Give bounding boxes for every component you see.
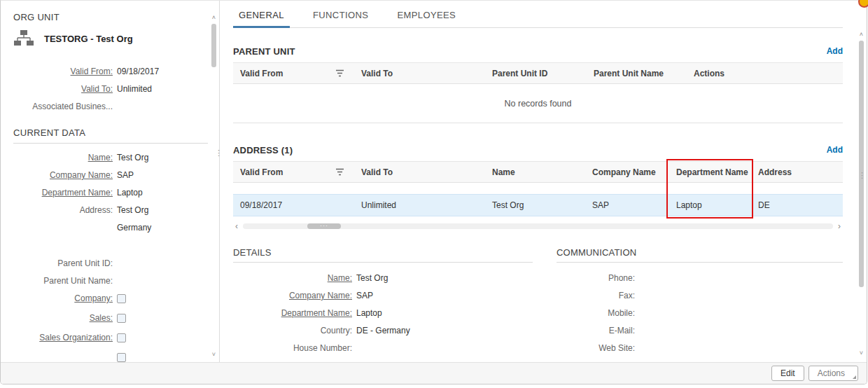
details-company-name-value: SAP [356,290,373,301]
cell-address: DE [751,200,843,210]
right-splitter-handle[interactable]: ⋮ [858,172,866,179]
cell-company-name: SAP [585,200,669,210]
communication-phone-row: Phone: [556,272,843,284]
company-checkbox[interactable] [117,294,126,303]
scroll-down-icon[interactable]: ˅ [858,350,865,356]
associated-business-row: Associated Busines... [13,101,215,112]
address-header: ADDRESS (1) Add [233,144,843,155]
company-name-label[interactable]: Company Name: [13,169,113,181]
main-scrollbar[interactable]: ˄ ˅ [858,32,865,356]
column-header-valid-to[interactable]: Valid To [354,69,485,78]
edit-button[interactable]: Edit [771,366,804,381]
address-add-link[interactable]: Add [827,145,843,155]
details-country-label: Country: [233,325,352,336]
details-company-name-label[interactable]: Company Name: [233,290,352,301]
tab-content: PARENT UNIT Add Valid From Valid To Pare… [220,28,867,362]
column-header-department-name[interactable]: Department Name [669,167,751,177]
address-table-row-selected[interactable]: 09/18/2017 Unlimited Test Org SAP Laptop… [233,194,843,216]
company-label[interactable]: Company: [13,293,113,304]
parent-unit-add-link[interactable]: Add [827,46,843,56]
column-header-valid-from[interactable]: Valid From [233,69,354,78]
parent-unit-name-label: Parent Unit Name: [13,275,113,286]
scroll-right-icon[interactable]: › [836,222,843,230]
name-row: Name: Test Org [13,152,215,163]
horizontal-scrollbar: ‹ ··· › [233,222,843,230]
communication-fax-row: Fax: [556,290,843,301]
actions-button[interactable]: Actions [808,366,858,381]
scrollbar-grip-icon: ··· [320,224,328,227]
parent-unit-id-row: Parent Unit ID: [13,258,215,269]
department-name-value: Laptop [117,187,143,198]
scroll-up-icon[interactable]: ˄ [210,15,218,21]
valid-to-label[interactable]: Valid To: [13,83,113,95]
country-value: Germany [117,222,151,233]
department-name-label[interactable]: Department Name: [13,187,113,198]
address-table: Valid From Valid To Name Company Name De… [233,161,843,216]
sales-organization-checkbox-row: Sales Organization: [13,332,215,343]
details-name-value: Test Org [356,272,388,284]
horizontal-scrollbar-track[interactable]: ··· [243,223,833,229]
phone-label: Phone: [556,272,635,284]
tab-employees[interactable]: EMPLOYEES [391,10,461,28]
details-department-name-row: Department Name: Laptop [233,307,533,319]
sales-organization-label[interactable]: Sales Organization: [13,332,113,343]
company-name-value: SAP [117,169,134,181]
column-header-valid-from[interactable]: Valid From [233,167,354,177]
column-header-parent-unit-id[interactable]: Parent Unit ID [485,69,587,78]
column-header-valid-to[interactable]: Valid To [354,167,485,177]
address-table-header: Valid From Valid To Name Company Name De… [233,161,843,183]
sidebar-scrollbar-thumb[interactable] [211,24,216,67]
fax-label: Fax: [556,290,635,301]
parent-unit-table-header: Valid From Valid To Parent Unit ID Paren… [233,62,843,84]
column-header-parent-unit-name[interactable]: Parent Unit Name [587,69,687,78]
scroll-up-icon[interactable]: ˄ [858,32,865,38]
website-label: Web Site: [556,342,635,354]
details-section: DETAILS Name: Test Org Company Name: SAP… [233,247,533,362]
clipped-checkbox[interactable] [117,353,126,362]
column-header-company-name[interactable]: Company Name [585,167,669,177]
actions-button-label: Actions [818,368,845,378]
tab-functions[interactable]: FUNCTIONS [307,10,374,28]
sidebar-splitter-handle[interactable]: ⋮ [215,149,223,157]
communication-website-row: Web Site: [556,342,843,354]
cell-valid-from: 09/18/2017 [233,200,354,210]
column-header-name[interactable]: Name [485,167,585,177]
sales-organization-checkbox[interactable] [117,333,126,342]
details-name-row: Name: Test Org [233,272,533,284]
column-header-actions[interactable]: Actions [687,69,843,78]
horizontal-scrollbar-thumb[interactable]: ··· [307,223,341,229]
sidebar-scrollbar[interactable]: ˄ ˅ [210,15,218,358]
name-value: Test Org [117,152,148,163]
sales-label[interactable]: Sales: [13,312,113,324]
valid-to-value: Unlimited [117,83,152,95]
column-header-address[interactable]: Address [751,167,843,177]
parent-unit-table: Valid From Valid To Parent Unit ID Paren… [233,62,843,123]
department-name-row: Department Name: Laptop [13,187,215,198]
details-house-number-label: House Number: [233,342,352,354]
name-label[interactable]: Name: [13,152,113,163]
communication-title: COMMUNICATION [556,247,843,263]
column-header-label: Valid From [240,69,283,78]
sales-checkbox[interactable] [117,314,126,323]
country-row: Germany [13,222,215,233]
cell-name: Test Org [485,200,585,210]
main-layout: ORG UNIT TESTORG - Test Org Valid From: … [1,1,867,362]
main-scrollbar-thumb[interactable] [859,41,864,287]
address-label: Address: [13,205,113,216]
column-header-label: Valid From [240,167,283,177]
tab-general[interactable]: GENERAL [233,10,290,28]
details-department-name-label[interactable]: Department Name: [233,307,352,319]
details-country-row: Country: DE - Germany [233,325,533,336]
sort-icon [335,69,344,77]
details-house-number-row: House Number: [233,342,533,354]
details-name-label[interactable]: Name: [233,272,352,284]
valid-from-label[interactable]: Valid From: [13,66,113,77]
details-department-name-value: Laptop [356,307,382,319]
clipped-checkbox-row [13,352,215,362]
associated-business-label: Associated Busines... [13,101,113,112]
address-title: ADDRESS (1) [233,145,293,155]
scroll-left-icon[interactable]: ‹ [233,222,240,230]
company-checkbox-row: Company: [13,293,215,304]
scroll-down-icon[interactable]: ˅ [210,352,218,358]
org-unit-name: TESTORG - Test Org [44,34,133,44]
